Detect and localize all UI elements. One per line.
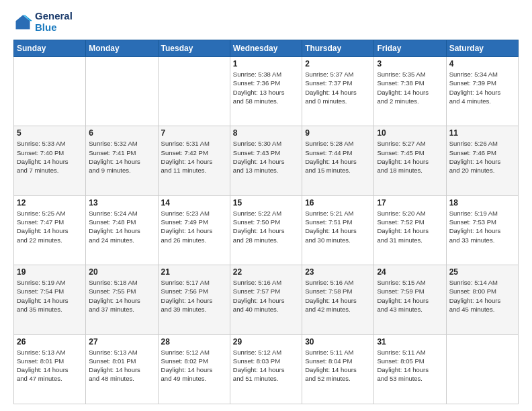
day-number: 16 <box>305 198 371 208</box>
weekday-header-thursday: Thursday <box>302 40 374 57</box>
weekday-header-monday: Monday <box>86 40 158 57</box>
page: GeneralBlue SundayMondayTuesdayWednesday… <box>0 0 532 411</box>
day-cell <box>446 334 518 404</box>
week-row-5: 26Sunrise: 5:13 AM Sunset: 8:01 PM Dayli… <box>14 334 519 404</box>
day-number: 13 <box>89 198 154 208</box>
calendar-table: SundayMondayTuesdayWednesdayThursdayFrid… <box>13 40 519 404</box>
week-row-3: 12Sunrise: 5:25 AM Sunset: 7:47 PM Dayli… <box>14 195 519 265</box>
day-info: Sunrise: 5:31 AM Sunset: 7:42 PM Dayligh… <box>161 139 227 175</box>
day-number: 14 <box>161 198 227 208</box>
day-info: Sunrise: 5:19 AM Sunset: 7:54 PM Dayligh… <box>17 278 83 314</box>
day-number: 15 <box>233 198 299 208</box>
day-number: 8 <box>233 128 299 138</box>
day-info: Sunrise: 5:17 AM Sunset: 7:56 PM Dayligh… <box>161 278 227 314</box>
day-info: Sunrise: 5:13 AM Sunset: 8:01 PM Dayligh… <box>89 348 154 383</box>
day-cell: 9Sunrise: 5:28 AM Sunset: 7:44 PM Daylig… <box>302 126 374 195</box>
day-number: 10 <box>377 128 443 138</box>
day-number: 30 <box>305 337 371 347</box>
day-number: 24 <box>377 267 443 277</box>
day-info: Sunrise: 5:18 AM Sunset: 7:55 PM Dayligh… <box>89 278 154 314</box>
day-cell: 24Sunrise: 5:15 AM Sunset: 7:59 PM Dayli… <box>374 265 446 334</box>
weekday-header-wednesday: Wednesday <box>230 40 302 57</box>
day-number: 22 <box>233 267 299 277</box>
day-cell: 18Sunrise: 5:19 AM Sunset: 7:53 PM Dayli… <box>446 195 518 265</box>
day-number: 31 <box>377 337 443 347</box>
day-cell: 11Sunrise: 5:26 AM Sunset: 7:46 PM Dayli… <box>446 126 518 195</box>
day-number: 23 <box>305 267 371 277</box>
day-number: 3 <box>377 59 443 68</box>
day-number: 26 <box>17 337 83 347</box>
day-cell: 31Sunrise: 5:11 AM Sunset: 8:05 PM Dayli… <box>374 334 446 404</box>
day-number: 20 <box>89 267 154 277</box>
day-number: 6 <box>89 128 154 138</box>
day-number: 19 <box>17 267 83 277</box>
day-info: Sunrise: 5:30 AM Sunset: 7:43 PM Dayligh… <box>233 139 299 175</box>
logo-text: GeneralBlue <box>35 11 73 33</box>
day-cell: 27Sunrise: 5:13 AM Sunset: 8:01 PM Dayli… <box>86 334 158 404</box>
day-cell: 30Sunrise: 5:11 AM Sunset: 8:04 PM Dayli… <box>302 334 374 404</box>
day-number: 1 <box>233 59 299 68</box>
day-info: Sunrise: 5:12 AM Sunset: 8:02 PM Dayligh… <box>161 348 227 383</box>
day-info: Sunrise: 5:26 AM Sunset: 7:46 PM Dayligh… <box>449 139 515 175</box>
day-cell: 19Sunrise: 5:19 AM Sunset: 7:54 PM Dayli… <box>14 265 86 334</box>
day-info: Sunrise: 5:24 AM Sunset: 7:48 PM Dayligh… <box>89 209 154 244</box>
day-cell: 4Sunrise: 5:34 AM Sunset: 7:39 PM Daylig… <box>446 57 518 126</box>
day-info: Sunrise: 5:12 AM Sunset: 8:03 PM Dayligh… <box>233 348 299 383</box>
day-cell: 1Sunrise: 5:38 AM Sunset: 7:36 PM Daylig… <box>230 57 302 126</box>
weekday-header-tuesday: Tuesday <box>158 40 230 57</box>
day-number: 9 <box>305 128 371 138</box>
week-row-4: 19Sunrise: 5:19 AM Sunset: 7:54 PM Dayli… <box>14 265 519 334</box>
day-info: Sunrise: 5:21 AM Sunset: 7:51 PM Dayligh… <box>305 209 371 244</box>
day-info: Sunrise: 5:25 AM Sunset: 7:47 PM Dayligh… <box>17 209 83 244</box>
day-cell: 26Sunrise: 5:13 AM Sunset: 8:01 PM Dayli… <box>14 334 86 404</box>
weekday-header-sunday: Sunday <box>14 40 86 57</box>
day-info: Sunrise: 5:13 AM Sunset: 8:01 PM Dayligh… <box>17 348 83 383</box>
day-cell: 29Sunrise: 5:12 AM Sunset: 8:03 PM Dayli… <box>230 334 302 404</box>
day-number: 11 <box>449 128 515 138</box>
week-row-2: 5Sunrise: 5:33 AM Sunset: 7:40 PM Daylig… <box>14 126 519 195</box>
day-cell: 2Sunrise: 5:37 AM Sunset: 7:37 PM Daylig… <box>302 57 374 126</box>
weekday-header-friday: Friday <box>374 40 446 57</box>
day-cell: 7Sunrise: 5:31 AM Sunset: 7:42 PM Daylig… <box>158 126 230 195</box>
day-cell: 17Sunrise: 5:20 AM Sunset: 7:52 PM Dayli… <box>374 195 446 265</box>
day-number: 27 <box>89 337 154 347</box>
weekday-header-row: SundayMondayTuesdayWednesdayThursdayFrid… <box>14 40 519 57</box>
day-info: Sunrise: 5:20 AM Sunset: 7:52 PM Dayligh… <box>377 209 443 244</box>
day-cell: 15Sunrise: 5:22 AM Sunset: 7:50 PM Dayli… <box>230 195 302 265</box>
logo-icon <box>13 13 32 32</box>
day-number: 21 <box>161 267 227 277</box>
day-cell: 16Sunrise: 5:21 AM Sunset: 7:51 PM Dayli… <box>302 195 374 265</box>
day-info: Sunrise: 5:16 AM Sunset: 7:57 PM Dayligh… <box>233 278 299 314</box>
logo-general: GeneralBlue <box>35 11 73 33</box>
svg-marker-0 <box>16 15 30 29</box>
week-row-1: 1Sunrise: 5:38 AM Sunset: 7:36 PM Daylig… <box>14 57 519 126</box>
day-cell: 22Sunrise: 5:16 AM Sunset: 7:57 PM Dayli… <box>230 265 302 334</box>
day-number: 12 <box>17 198 83 208</box>
day-info: Sunrise: 5:38 AM Sunset: 7:36 PM Dayligh… <box>233 70 299 105</box>
day-info: Sunrise: 5:15 AM Sunset: 7:59 PM Dayligh… <box>377 278 443 314</box>
day-number: 7 <box>161 128 227 138</box>
day-cell: 8Sunrise: 5:30 AM Sunset: 7:43 PM Daylig… <box>230 126 302 195</box>
day-cell: 23Sunrise: 5:16 AM Sunset: 7:58 PM Dayli… <box>302 265 374 334</box>
day-info: Sunrise: 5:16 AM Sunset: 7:58 PM Dayligh… <box>305 278 371 314</box>
logo: GeneralBlue <box>13 11 73 33</box>
day-info: Sunrise: 5:23 AM Sunset: 7:49 PM Dayligh… <box>161 209 227 244</box>
day-cell: 5Sunrise: 5:33 AM Sunset: 7:40 PM Daylig… <box>14 126 86 195</box>
day-info: Sunrise: 5:34 AM Sunset: 7:39 PM Dayligh… <box>449 70 515 105</box>
day-cell: 25Sunrise: 5:14 AM Sunset: 8:00 PM Dayli… <box>446 265 518 334</box>
day-info: Sunrise: 5:37 AM Sunset: 7:37 PM Dayligh… <box>305 70 371 105</box>
day-info: Sunrise: 5:11 AM Sunset: 8:05 PM Dayligh… <box>377 348 443 383</box>
day-info: Sunrise: 5:35 AM Sunset: 7:38 PM Dayligh… <box>377 70 443 105</box>
day-cell <box>86 57 158 126</box>
day-number: 5 <box>17 128 83 138</box>
day-cell: 6Sunrise: 5:32 AM Sunset: 7:41 PM Daylig… <box>86 126 158 195</box>
day-cell: 13Sunrise: 5:24 AM Sunset: 7:48 PM Dayli… <box>86 195 158 265</box>
day-cell: 14Sunrise: 5:23 AM Sunset: 7:49 PM Dayli… <box>158 195 230 265</box>
day-info: Sunrise: 5:22 AM Sunset: 7:50 PM Dayligh… <box>233 209 299 244</box>
day-number: 18 <box>449 198 515 208</box>
day-info: Sunrise: 5:19 AM Sunset: 7:53 PM Dayligh… <box>449 209 515 244</box>
day-cell: 12Sunrise: 5:25 AM Sunset: 7:47 PM Dayli… <box>14 195 86 265</box>
day-info: Sunrise: 5:33 AM Sunset: 7:40 PM Dayligh… <box>17 139 83 175</box>
day-number: 17 <box>377 198 443 208</box>
day-cell: 3Sunrise: 5:35 AM Sunset: 7:38 PM Daylig… <box>374 57 446 126</box>
